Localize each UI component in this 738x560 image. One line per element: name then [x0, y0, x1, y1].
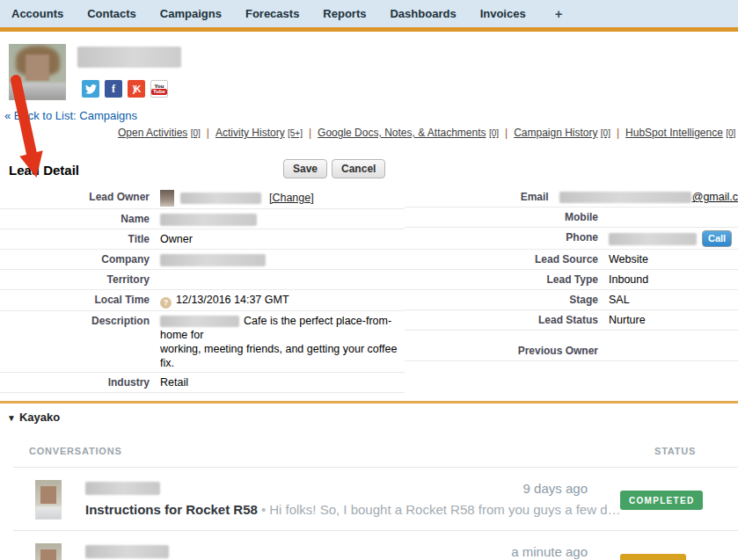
conversation-preview: Hi folks! So, I bought a Rocket R58 from… — [269, 502, 620, 517]
redacted-email-prefix — [559, 192, 691, 203]
redacted-lead-name — [77, 47, 181, 68]
add-tab-icon[interactable]: + — [555, 6, 563, 21]
owner-avatar — [160, 190, 174, 207]
field-industry: Industry Retail — [0, 373, 405, 393]
link-separator: | — [303, 127, 318, 139]
previous-owner-value — [609, 344, 738, 359]
cancel-button[interactable]: Cancel — [332, 159, 385, 178]
conversation-timestamp: 9 days ago — [523, 481, 620, 496]
link-open-activities[interactable]: Open Activities — [118, 127, 187, 139]
google-docs-count: [0] — [489, 128, 499, 138]
field-label: Previous Owner — [405, 344, 609, 359]
description-value: Cafe is the perfect place-from-home forw… — [160, 314, 402, 370]
field-lead-source: Lead Source Website — [405, 250, 738, 270]
field-label: Mobile — [405, 210, 609, 225]
conversations-column-header: CONVERSATIONS — [29, 446, 122, 456]
industry-value: Retail — [160, 375, 405, 390]
youtube-tube-text: Tube — [151, 89, 167, 95]
local-time-value: ?12/13/2016 14:37 GMT — [160, 293, 405, 309]
twitter-icon[interactable] — [82, 80, 99, 98]
save-button[interactable]: Save — [283, 159, 327, 178]
field-label: Company — [0, 252, 160, 267]
field-label: Phone — [405, 230, 609, 247]
territory-value — [160, 273, 405, 287]
conversation-row[interactable]: 9 days ago Instructions for Rocket R58•H… — [13, 468, 738, 531]
row-spacer — [405, 331, 738, 341]
field-description: Description Cafe is the perfect place-fr… — [0, 311, 405, 373]
tab-reports[interactable]: Reports — [323, 7, 366, 20]
field-lead-owner: Lead Owner [Change] — [0, 187, 405, 209]
link-hubspot-intelligence[interactable]: HubSpot Intelligence — [625, 127, 723, 139]
field-label: Lead Type — [405, 273, 609, 287]
kayako-section-header[interactable]: ▼Kayako — [7, 411, 738, 424]
field-label: Lead Source — [405, 252, 609, 267]
link-separator: | — [499, 127, 514, 139]
field-territory: Territory — [0, 270, 405, 290]
field-phone: Phone Call — [405, 228, 738, 250]
lead-detail-grid: Lead Owner [Change] Name Title Owner Com… — [0, 187, 738, 393]
lead-source-value: Website — [609, 252, 738, 267]
field-name: Name — [0, 209, 405, 229]
call-button[interactable]: Call — [702, 230, 732, 247]
field-label: Stage — [405, 293, 609, 308]
back-to-list-link[interactable]: « Back to List: Campaigns — [4, 109, 137, 122]
email-link[interactable]: @gmail.c — [692, 191, 738, 203]
detail-buttons: Save Cancel — [283, 159, 385, 178]
conversation-avatar — [35, 543, 62, 560]
description-line2: working, meeting friends, and getting yo… — [160, 343, 397, 369]
stage-value: SAL — [609, 293, 738, 308]
tab-invoices[interactable]: Invoices — [480, 7, 526, 20]
conversation-timestamp: a minute ago — [511, 544, 620, 559]
conversation-row[interactable]: a minute ago Getting Started with the Ro… — [13, 531, 738, 560]
social-icons: f )K You Tube — [82, 80, 168, 98]
kayako-section-title: Kayako — [19, 411, 60, 424]
field-label: Description — [0, 314, 160, 370]
mobile-value — [609, 210, 738, 225]
link-campaign-history[interactable]: Campaign History — [514, 127, 597, 139]
field-company: Company — [0, 250, 405, 270]
field-mobile: Mobile — [405, 207, 738, 228]
redacted-description-prefix — [160, 316, 239, 327]
activity-history-count: [5+] — [288, 128, 303, 138]
link-activity-history[interactable]: Activity History — [216, 127, 285, 139]
status-badge: COMPLETED — [620, 491, 703, 510]
hubspot-intelligence-count: [0] — [726, 128, 735, 138]
status-badge: PENDING — [620, 554, 686, 560]
campaign-history-count: [0] — [601, 128, 610, 138]
collapse-triangle-icon[interactable]: ▼ — [7, 413, 16, 423]
youtube-icon[interactable]: You Tube — [150, 80, 168, 98]
field-label: Industry — [0, 375, 160, 390]
field-label: Local Time — [0, 293, 160, 309]
lead-detail-header: Lead Detail Save Cancel — [0, 159, 738, 183]
status-column-header: STATUS — [654, 446, 738, 456]
youtube-you-text: You — [155, 84, 164, 89]
tab-campaigns[interactable]: Campaigns — [160, 7, 222, 20]
conversation-avatar — [35, 480, 62, 520]
kayako-section: ▼Kayako CONVERSATIONS STATUS 9 days ago … — [0, 404, 738, 560]
redacted-phone-value — [609, 233, 697, 245]
open-activities-count: [0] — [191, 128, 201, 138]
field-email: Email @gmail.c — [405, 187, 738, 207]
field-lead-status: Lead Status Nurture — [405, 310, 738, 331]
link-google-docs[interactable]: Google Docs, Notes, & Attachments — [318, 127, 486, 139]
tab-contacts[interactable]: Contacts — [87, 7, 136, 20]
field-label: Lead Owner — [0, 190, 160, 207]
lead-profile-header: f )K You Tube « Back to List: Campaigns — [0, 32, 738, 123]
help-icon[interactable]: ? — [160, 297, 172, 309]
lead-status-value: Nurture — [609, 313, 738, 328]
tab-forecasts[interactable]: Forecasts — [245, 7, 299, 20]
conversation-subject[interactable]: Instructions for Rocket R58 — [85, 502, 258, 517]
facebook-icon[interactable]: f — [105, 80, 122, 98]
tab-dashboards[interactable]: Dashboards — [390, 7, 456, 20]
related-list-links: Open Activities [0]|Activity History [5+… — [118, 127, 738, 141]
app-tab-bar: Accounts Contacts Campaigns Forecasts Re… — [0, 0, 738, 27]
tab-accounts[interactable]: Accounts — [11, 7, 63, 20]
change-owner-link[interactable]: [Change] — [269, 192, 314, 204]
field-lead-type: Lead Type Inbound — [405, 270, 738, 290]
redacted-requester-name — [85, 482, 160, 495]
field-label: Title — [0, 232, 160, 247]
field-label: Email — [405, 190, 559, 205]
local-time-text: 12/13/2016 14:37 GMT — [176, 294, 289, 306]
field-local-time: Local Time ?12/13/2016 14:37 GMT — [0, 290, 405, 311]
klout-icon[interactable]: )K — [128, 80, 145, 98]
